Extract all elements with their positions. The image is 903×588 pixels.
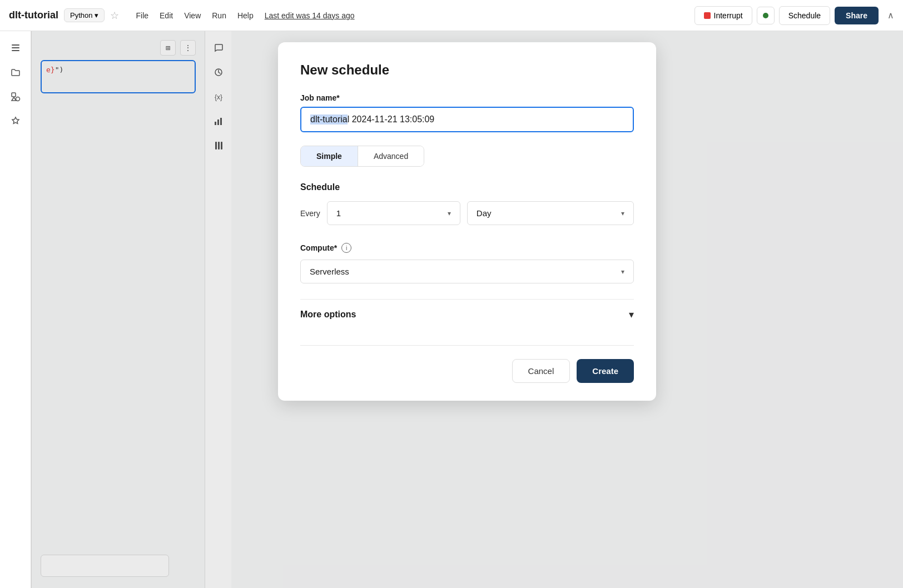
left-sidebar	[0, 31, 31, 588]
status-indicator[interactable]	[757, 7, 775, 24]
schedule-section-title: Schedule	[300, 182, 634, 192]
schedule-type-tabs: Simple Advanced	[300, 146, 424, 167]
menu-help[interactable]: Help	[237, 11, 254, 20]
app-title: dlt-tutorial	[9, 9, 58, 21]
interrupt-label: Interrupt	[714, 11, 743, 20]
content-area: New schedule Job name* Simple Advanced S…	[31, 31, 903, 588]
topbar-right: Interrupt Schedule Share ∧	[694, 6, 894, 25]
compute-select[interactable]: Serverless ▾	[300, 260, 634, 283]
menu-file[interactable]: File	[136, 11, 148, 20]
last-edit-label: Last edit was 14 days ago	[265, 11, 355, 20]
frequency-chevron-icon: ▾	[448, 210, 451, 217]
frequency-select[interactable]: 1 ▾	[327, 201, 460, 225]
period-chevron-icon: ▾	[621, 210, 624, 217]
period-value: Day	[477, 208, 492, 218]
svg-point-4	[16, 97, 19, 101]
more-options-row[interactable]: More options ▾	[300, 299, 634, 330]
topbar-collapse-icon[interactable]: ∧	[887, 10, 894, 21]
share-button[interactable]: Share	[835, 7, 879, 24]
language-label: Python	[70, 11, 92, 19]
job-name-label: Job name*	[300, 93, 634, 102]
more-options-label: More options	[300, 310, 356, 320]
compute-chevron-icon: ▾	[621, 268, 624, 276]
dialog-footer: Cancel Create	[300, 345, 634, 383]
sidebar-icon-star[interactable]	[6, 111, 26, 131]
compute-label-row: Compute* i	[300, 243, 634, 253]
menu-view[interactable]: View	[184, 11, 201, 20]
interrupt-button[interactable]: Interrupt	[694, 6, 752, 25]
svg-rect-0	[12, 44, 19, 46]
schedule-row: Every 1 ▾ Day ▾	[300, 201, 634, 225]
menu-edit[interactable]: Edit	[160, 11, 173, 20]
job-name-input[interactable]	[300, 107, 634, 132]
compute-info-icon[interactable]: i	[341, 243, 351, 253]
schedule-button[interactable]: Schedule	[779, 6, 830, 25]
period-select[interactable]: Day ▾	[467, 201, 634, 225]
svg-rect-3	[12, 93, 16, 97]
menu-run[interactable]: Run	[212, 11, 226, 20]
sidebar-icon-shapes[interactable]	[6, 87, 26, 107]
topbar: dlt-tutorial Python ▾ ☆ File Edit View R…	[0, 0, 903, 31]
more-options-chevron-icon: ▾	[629, 308, 634, 321]
frequency-value: 1	[336, 208, 341, 218]
language-badge[interactable]: Python ▾	[64, 8, 105, 22]
tab-simple[interactable]: Simple	[301, 146, 358, 166]
sidebar-icon-list[interactable]	[6, 38, 26, 58]
topbar-menu: File Edit View Run Help Last edit was 14…	[136, 11, 354, 20]
star-icon[interactable]: ☆	[110, 9, 119, 22]
tab-advanced[interactable]: Advanced	[358, 146, 424, 166]
dialog-overlay: New schedule Job name* Simple Advanced S…	[31, 31, 903, 588]
green-dot-icon	[763, 13, 768, 18]
every-label: Every	[300, 209, 320, 218]
new-schedule-dialog: New schedule Job name* Simple Advanced S…	[278, 42, 656, 401]
svg-rect-2	[12, 50, 19, 51]
sidebar-icon-folder[interactable]	[6, 62, 26, 82]
interrupt-icon	[704, 12, 711, 19]
compute-label: Compute*	[300, 243, 337, 252]
svg-rect-1	[12, 47, 19, 48]
language-chevron-icon: ▾	[95, 11, 98, 19]
create-button[interactable]: Create	[577, 359, 634, 383]
compute-value: Serverless	[310, 267, 349, 276]
cancel-button[interactable]: Cancel	[512, 359, 570, 383]
main-layout: New schedule Job name* Simple Advanced S…	[0, 31, 903, 588]
topbar-left: dlt-tutorial Python ▾ ☆ File Edit View R…	[9, 8, 694, 22]
dialog-title: New schedule	[300, 62, 634, 78]
